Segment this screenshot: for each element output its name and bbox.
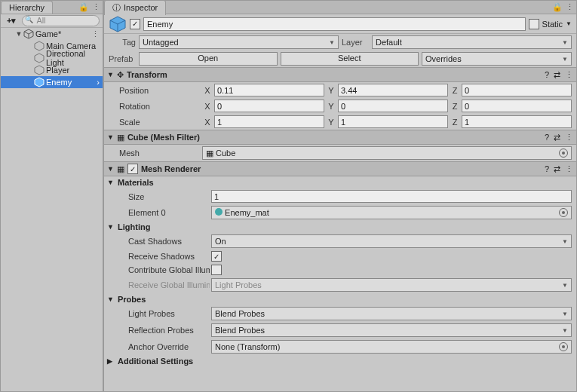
scene-icon (23, 29, 34, 39)
component-menu-icon[interactable]: ⋮ (565, 70, 573, 80)
hierarchy-item-light[interactable]: Directional Light (1, 52, 103, 64)
object-picker-icon (559, 208, 568, 217)
foldout-arrow-icon[interactable]: ▼ (14, 30, 23, 38)
scale-y-field[interactable] (338, 115, 448, 128)
prefab-open-button[interactable]: Open (139, 52, 278, 66)
mesh-filter-icon: ▦ (117, 133, 124, 142)
materials-size-field[interactable] (211, 190, 572, 203)
overrides-dropdown[interactable]: Overrides▼ (422, 52, 572, 66)
rotation-z-field[interactable] (462, 100, 572, 112)
scene-label: Game* (35, 29, 61, 38)
active-checkbox[interactable]: ✓ (130, 19, 140, 29)
mesh-field[interactable]: ▦ Cube (202, 146, 572, 160)
scene-row[interactable]: ▼ Game* ⋮ (1, 28, 103, 40)
lock-icon[interactable]: 🔒 (78, 2, 89, 12)
foldout-arrow-icon[interactable]: ▼ (107, 71, 114, 78)
transform-icon: ✥ (117, 70, 124, 80)
renderer-enable-checkbox[interactable]: ✓ (127, 164, 138, 174)
position-z-field[interactable] (462, 84, 572, 96)
object-picker-icon (559, 149, 568, 158)
svg-marker-6 (35, 66, 44, 75)
gameobject-icon (34, 65, 45, 75)
help-icon[interactable]: ? (545, 164, 549, 174)
static-dropdown-icon[interactable]: ▼ (566, 20, 572, 27)
foldout-arrow-icon[interactable]: ▼ (107, 179, 115, 186)
component-menu-icon[interactable]: ⋮ (565, 133, 573, 142)
svg-marker-4 (35, 41, 44, 51)
prefab-cube-icon (109, 15, 127, 33)
tag-dropdown[interactable]: Untagged▼ (139, 35, 339, 49)
material-element0-field[interactable]: Enemy_mat (211, 206, 572, 219)
layer-dropdown[interactable]: Default▼ (372, 35, 572, 49)
create-button[interactable]: +▾ (4, 16, 19, 26)
gameobject-name-field[interactable] (143, 17, 526, 31)
foldout-arrow-icon[interactable]: ▼ (107, 296, 115, 303)
panel-menu-icon[interactable]: ⋮ (91, 2, 101, 12)
help-icon[interactable]: ? (545, 70, 549, 80)
scene-menu-icon[interactable]: ⋮ (91, 29, 100, 39)
rotation-x-field[interactable] (214, 100, 324, 112)
lock-icon[interactable]: 🔒 (552, 2, 563, 12)
receive-shadows-checkbox[interactable]: ✓ (211, 251, 222, 262)
hierarchy-tab[interactable]: Hierarchy (1, 1, 53, 14)
foldout-arrow-icon[interactable]: ▼ (107, 223, 115, 231)
hierarchy-item-enemy[interactable]: Enemy › (1, 76, 103, 88)
inspector-tab[interactable]: ⓘ Inspector (104, 0, 166, 15)
preset-icon[interactable]: ⇄ (554, 133, 560, 142)
anchor-override-field[interactable]: None (Transform) (211, 340, 572, 354)
svg-marker-5 (35, 54, 44, 63)
object-picker-icon (559, 342, 568, 351)
panel-menu-icon[interactable]: ⋮ (564, 2, 575, 12)
hierarchy-tab-label: Hierarchy (9, 3, 45, 12)
foldout-arrow-icon[interactable]: ▶ (107, 357, 115, 365)
foldout-arrow-icon[interactable]: ▼ (107, 133, 114, 141)
svg-marker-7 (35, 78, 44, 87)
light-probes-dropdown[interactable]: Blend Probes▼ (211, 307, 572, 320)
reflection-probes-dropdown[interactable]: Blend Probes▼ (211, 323, 572, 337)
cast-shadows-dropdown[interactable]: On▼ (211, 234, 572, 248)
position-x-field[interactable] (214, 84, 324, 96)
preset-icon[interactable]: ⇄ (554, 70, 560, 80)
prefab-icon (34, 77, 45, 87)
prefab-select-button[interactable]: Select (281, 52, 419, 66)
svg-line-1 (24, 32, 29, 34)
static-checkbox[interactable] (529, 19, 539, 29)
info-icon: ⓘ (112, 2, 121, 14)
rotation-y-field[interactable] (338, 100, 448, 112)
mesh-renderer-icon: ▦ (117, 164, 124, 174)
hierarchy-tree: ▼ Game* ⋮ Main Camera Directional Light … (1, 28, 103, 391)
receive-gi-dropdown: Light Probes▼ (211, 278, 572, 292)
help-icon[interactable]: ? (545, 133, 549, 142)
position-y-field[interactable] (338, 84, 448, 96)
scale-z-field[interactable] (462, 115, 572, 128)
open-prefab-icon[interactable]: › (97, 78, 100, 87)
svg-line-2 (29, 32, 33, 34)
preset-icon[interactable]: ⇄ (554, 164, 560, 174)
scale-x-field[interactable] (214, 115, 324, 128)
foldout-arrow-icon[interactable]: ▼ (107, 165, 114, 173)
gameobject-icon (34, 53, 45, 63)
hierarchy-search[interactable]: All (22, 15, 100, 26)
gameobject-icon (34, 41, 45, 51)
contribute-gi-checkbox[interactable] (211, 265, 222, 275)
component-menu-icon[interactable]: ⋮ (565, 164, 573, 174)
